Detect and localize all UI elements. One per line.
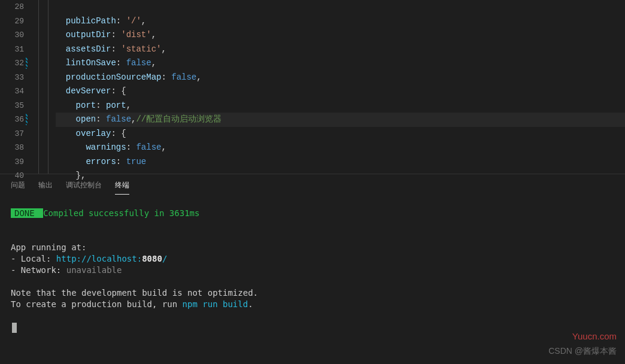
code-line[interactable]: devServer: { bbox=[56, 84, 625, 99]
note-line-1: Note that the development build is not o… bbox=[11, 287, 614, 299]
code-line[interactable]: errors: true bbox=[56, 155, 625, 169]
line-number-gutter: 28293031323334353637383940 bbox=[0, 0, 35, 174]
code-editor[interactable]: 28293031323334353637383940 publicPath: '… bbox=[0, 0, 625, 174]
local-url-link[interactable]: http://localhost:8080/ bbox=[56, 254, 167, 263]
code-line[interactable]: overlay: { bbox=[56, 127, 625, 141]
code-line[interactable]: port: port, bbox=[56, 99, 625, 113]
line-number: 28 bbox=[0, 0, 24, 14]
line-number: 39 bbox=[0, 155, 24, 169]
terminal-output[interactable]: DONE Compiled successfully in 3631ms App… bbox=[0, 195, 625, 339]
line-number: 33 bbox=[0, 71, 24, 85]
code-line[interactable]: open: false,//配置自动启动浏览器 bbox=[56, 113, 625, 127]
line-number: 38 bbox=[0, 141, 24, 155]
code-line[interactable]: warnings: false, bbox=[56, 141, 625, 155]
note-line-2: To create a production build, run npm ru… bbox=[11, 299, 614, 310]
compiled-message: Compiled successfully in 3631ms bbox=[43, 208, 199, 218]
panel-tab[interactable]: 终端 bbox=[115, 180, 129, 195]
code-content[interactable]: publicPath: '/', outputDir: 'dist', asse… bbox=[56, 0, 625, 174]
watermark-author: CSDN @酱爆本酱 bbox=[548, 346, 617, 357]
line-number: 31 bbox=[0, 43, 24, 57]
indent-guides bbox=[35, 0, 56, 174]
terminal-cursor bbox=[11, 321, 614, 333]
line-number: 32 bbox=[0, 56, 24, 71]
line-number: 35 bbox=[0, 99, 24, 113]
panel-tab[interactable]: 调试控制台 bbox=[66, 180, 102, 195]
code-line[interactable]: productionSourceMap: false, bbox=[56, 71, 625, 85]
local-url-line: - Local: http://localhost:8080/ bbox=[11, 253, 614, 265]
code-line[interactable]: assetsDir: 'static', bbox=[56, 43, 625, 57]
line-number: 30 bbox=[0, 28, 24, 43]
line-number: 29 bbox=[0, 14, 24, 29]
app-running-line: App running at: bbox=[11, 242, 614, 253]
code-line[interactable]: publicPath: '/', bbox=[56, 14, 625, 29]
network-line: - Network: unavailable bbox=[11, 265, 614, 276]
line-number: 37 bbox=[0, 127, 24, 141]
line-number: 34 bbox=[0, 84, 24, 99]
code-line[interactable]: }, bbox=[56, 169, 625, 183]
panel-tab[interactable]: 输出 bbox=[38, 180, 53, 195]
code-line[interactable]: lintOnSave: false, bbox=[56, 56, 625, 71]
line-number: 36 bbox=[0, 113, 24, 127]
code-line[interactable]: outputDir: 'dist', bbox=[56, 28, 625, 43]
watermark-site: Yuucn.com bbox=[572, 331, 617, 341]
line-number: 40 bbox=[0, 169, 24, 183]
code-line[interactable] bbox=[56, 0, 625, 14]
done-badge: DONE bbox=[11, 208, 43, 218]
npm-build-cmd: npm run build bbox=[183, 299, 248, 309]
bottom-panel: 问题输出调试控制台终端 DONE Compiled successfully i… bbox=[0, 174, 625, 339]
